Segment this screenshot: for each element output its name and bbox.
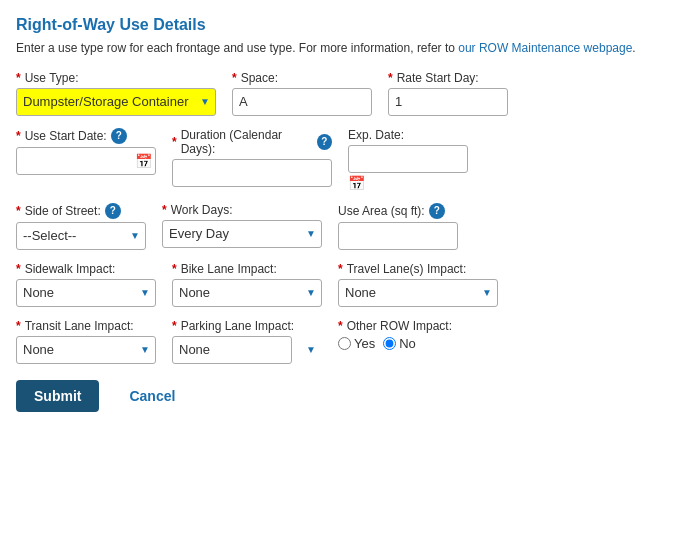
bike-lane-impact-label: * Bike Lane Impact: [172, 262, 322, 276]
row-maintenance-link[interactable]: our ROW Maintenance webpage [458, 41, 632, 55]
row-dates: * Use Start Date: ? 📅 * Duration (Calend… [16, 128, 677, 191]
sidewalk-impact-select[interactable]: None Partial Full [16, 279, 156, 307]
parking-lane-impact-label: * Parking Lane Impact: [172, 319, 322, 333]
space-label: * Space: [232, 71, 372, 85]
travel-lane-impact-select[interactable]: None Partial Full [338, 279, 498, 307]
space-field: * Space: [232, 71, 372, 116]
required-star-workdays: * [162, 203, 167, 217]
other-row-yes-label: Yes [338, 336, 375, 351]
duration-label: * Duration (Calendar Days): ? [172, 128, 332, 156]
duration-input[interactable] [172, 159, 332, 187]
required-star-space: * [232, 71, 237, 85]
side-of-street-help-icon[interactable]: ? [105, 203, 121, 219]
use-type-select-wrapper: Dumpster/Storage Container ▼ [16, 88, 216, 116]
other-row-no-radio[interactable] [383, 337, 396, 350]
duration-field: * Duration (Calendar Days): ? [172, 128, 332, 187]
use-start-date-label: * Use Start Date: ? [16, 128, 156, 144]
transit-lane-impact-label: * Transit Lane Impact: [16, 319, 156, 333]
cancel-link[interactable]: Cancel [129, 388, 175, 404]
required-star-travel: * [338, 262, 343, 276]
exp-date-field: Exp. Date: 📅 [348, 128, 468, 191]
other-row-impact-field: * Other ROW Impact: Yes No [338, 319, 498, 351]
work-days-label: * Work Days: [162, 203, 322, 217]
parking-lane-chevron-icon: ▼ [306, 344, 316, 355]
required-star-bike: * [172, 262, 177, 276]
required-star-side: * [16, 204, 21, 218]
bike-lane-impact-field: * Bike Lane Impact: None Partial Full ▼ [172, 262, 322, 307]
transit-lane-impact-select[interactable]: None Partial Full [16, 336, 156, 364]
row-impacts-2: * Transit Lane Impact: None Partial Full… [16, 319, 677, 364]
work-days-select-wrapper: Every Day Weekdays Weekends ▼ [162, 220, 322, 248]
space-input[interactable] [232, 88, 372, 116]
other-row-yes-radio[interactable] [338, 337, 351, 350]
row-use-type-space-rate: * Use Type: Dumpster/Storage Container ▼… [16, 71, 677, 116]
exp-date-label: Exp. Date: [348, 128, 468, 142]
required-star-parking: * [172, 319, 177, 333]
use-start-date-field: * Use Start Date: ? 📅 [16, 128, 156, 175]
exp-date-calendar-icon[interactable]: 📅 [348, 175, 468, 191]
required-star: * [16, 71, 21, 85]
side-of-street-field: * Side of Street: ? --Select-- North Sou… [16, 203, 146, 250]
use-type-field: * Use Type: Dumpster/Storage Container ▼ [16, 71, 216, 116]
other-row-impact-label: * Other ROW Impact: [338, 319, 498, 333]
page-title: Right-of-Way Use Details [16, 16, 677, 34]
use-type-select[interactable]: Dumpster/Storage Container [16, 88, 216, 116]
rate-start-day-label: * Rate Start Day: [388, 71, 508, 85]
use-type-label: * Use Type: [16, 71, 216, 85]
required-star-transit: * [16, 319, 21, 333]
parking-lane-impact-field: * Parking Lane Impact: None Partial Full… [172, 319, 322, 364]
required-star-other: * [338, 319, 343, 333]
duration-help-icon[interactable]: ? [317, 134, 332, 150]
sidewalk-impact-field: * Sidewalk Impact: None Partial Full ▼ [16, 262, 156, 307]
required-star-sidewalk: * [16, 262, 21, 276]
rate-start-day-input[interactable] [388, 88, 508, 116]
required-star-duration: * [172, 135, 177, 149]
parking-lane-impact-select-wrapper: None Partial Full ▼ [172, 336, 322, 364]
use-start-date-input-wrapper: 📅 [16, 147, 156, 175]
work-days-select[interactable]: Every Day Weekdays Weekends [162, 220, 322, 248]
use-start-date-calendar-icon[interactable]: 📅 [135, 153, 152, 169]
parking-lane-impact-select[interactable]: None Partial Full [172, 336, 292, 364]
required-star-start: * [16, 129, 21, 143]
use-area-help-icon[interactable]: ? [429, 203, 445, 219]
travel-lane-impact-label: * Travel Lane(s) Impact: [338, 262, 498, 276]
page-description: Enter a use type row for each frontage a… [16, 40, 677, 57]
bike-lane-impact-select[interactable]: None Partial Full [172, 279, 322, 307]
form-actions: Submit Cancel [16, 380, 677, 412]
use-area-label: Use Area (sq ft): ? [338, 203, 458, 219]
exp-date-input[interactable] [348, 145, 468, 173]
use-area-field: Use Area (sq ft): ? [338, 203, 458, 250]
use-area-input[interactable] [338, 222, 458, 250]
sidewalk-impact-label: * Sidewalk Impact: [16, 262, 156, 276]
required-star-rate: * [388, 71, 393, 85]
work-days-field: * Work Days: Every Day Weekdays Weekends… [162, 203, 322, 248]
travel-lane-impact-select-wrapper: None Partial Full ▼ [338, 279, 498, 307]
travel-lane-impact-field: * Travel Lane(s) Impact: None Partial Fu… [338, 262, 498, 307]
exp-date-wrapper: 📅 [348, 145, 468, 191]
sidewalk-impact-select-wrapper: None Partial Full ▼ [16, 279, 156, 307]
transit-lane-impact-select-wrapper: None Partial Full ▼ [16, 336, 156, 364]
side-of-street-select-wrapper: --Select-- North South East West ▼ [16, 222, 146, 250]
bike-lane-impact-select-wrapper: None Partial Full ▼ [172, 279, 322, 307]
side-of-street-label: * Side of Street: ? [16, 203, 146, 219]
other-row-impact-radio-group: Yes No [338, 336, 498, 351]
side-of-street-select[interactable]: --Select-- North South East West [16, 222, 146, 250]
row-impacts-1: * Sidewalk Impact: None Partial Full ▼ *… [16, 262, 677, 307]
other-row-no-label: No [383, 336, 416, 351]
rate-start-day-field: * Rate Start Day: [388, 71, 508, 116]
submit-button[interactable]: Submit [16, 380, 99, 412]
row-street-workdays-area: * Side of Street: ? --Select-- North Sou… [16, 203, 677, 250]
transit-lane-impact-field: * Transit Lane Impact: None Partial Full… [16, 319, 156, 364]
use-start-date-help-icon[interactable]: ? [111, 128, 127, 144]
